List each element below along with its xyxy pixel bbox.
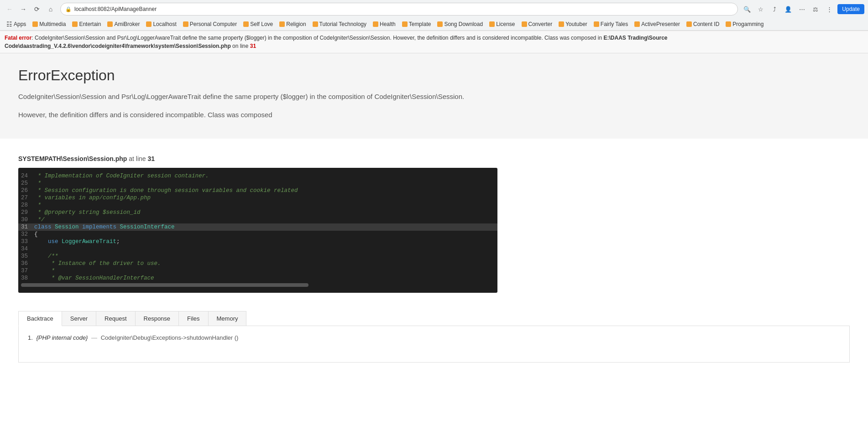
forward-button[interactable]: → xyxy=(17,3,29,15)
bookmark-favicon xyxy=(686,21,692,27)
address-bar[interactable]: 🔒 localhost:8082/ApiManageBanner xyxy=(60,3,738,16)
code-text: * xyxy=(34,268,492,274)
bookmark-progamming[interactable]: Progamming xyxy=(723,20,766,28)
line-num: 28 xyxy=(18,202,34,208)
bookmark-youtuber[interactable]: Youtuber xyxy=(556,20,590,28)
refresh-button[interactable]: ⟳ xyxy=(31,3,43,15)
code-horizontal-scrollbar[interactable] xyxy=(18,282,497,288)
bookmark-label: Personal Computer xyxy=(190,21,237,27)
bookmark-tutorial-technology[interactable]: Tutorial Technology xyxy=(310,20,369,28)
backtrace-num: 1. xyxy=(28,334,33,341)
bookmark-label: ActivePresenter xyxy=(641,21,680,27)
code-line-28: 28 * xyxy=(18,202,497,209)
line-num: 33 xyxy=(18,239,34,245)
line-num: 35 xyxy=(18,253,34,259)
code-block-wrapper: 24 * Implementation of CodeIgniter sessi… xyxy=(0,168,868,302)
fatal-error-message: : CodeIgniter\Session\Session and Psr\Lo… xyxy=(31,35,602,41)
bookmark-favicon xyxy=(594,21,599,27)
code-block[interactable]: 24 * Implementation of CodeIgniter sessi… xyxy=(18,168,497,293)
nav-buttons: ← → ⟳ ⌂ xyxy=(4,3,57,15)
extensions-icon[interactable]: ⚖ xyxy=(810,4,821,15)
code-line-27: 27 * variables in app/config/App.php xyxy=(18,194,497,202)
bookmark-activepresenter[interactable]: ActivePresenter xyxy=(632,20,683,28)
bookmark-favicon xyxy=(402,21,408,27)
bookmark-religion[interactable]: Religion xyxy=(277,20,309,28)
bookmark-favicon xyxy=(489,21,495,27)
tabs-bar: Backtrace Server Request Response Files … xyxy=(18,311,850,326)
error-desc1-text: CodeIgniter\Session\Session and Psr\Log\… xyxy=(18,93,464,100)
tab-files[interactable]: Files xyxy=(178,311,208,326)
bookmark-label: Youtuber xyxy=(565,21,587,27)
bookmark-label: License xyxy=(496,21,515,27)
bookmark-label: Fairly Tales xyxy=(601,21,628,27)
zoom-button[interactable]: 🔍 xyxy=(742,4,753,15)
share-button[interactable]: ⤴ xyxy=(769,4,780,15)
code-text: * Implementation of CodeIgniter session … xyxy=(34,173,492,179)
tab-backtrace[interactable]: Backtrace xyxy=(18,311,62,326)
file-path-section: SYSTEMPATH\Session\Session.php at line 3… xyxy=(0,139,868,162)
bookmark-personal-computer[interactable]: Personal Computer xyxy=(180,20,240,28)
bookmark-label: Progamming xyxy=(732,21,763,27)
code-line-31: 31 class Session implements SessionInter… xyxy=(18,223,497,231)
tab-label: Backtrace xyxy=(27,315,53,322)
bookmark-apps[interactable]: ☷ Apps xyxy=(4,20,29,29)
code-text: * xyxy=(34,180,492,187)
bookmark-converter[interactable]: Converter xyxy=(519,20,555,28)
code-line-32: 32 { xyxy=(18,231,497,238)
code-line-37: 37 * xyxy=(18,267,497,275)
bookmark-entertain[interactable]: Entertain xyxy=(69,20,104,28)
line-num: 31 xyxy=(18,224,34,230)
tab-response[interactable]: Response xyxy=(135,311,179,326)
bookmark-localhost[interactable]: Localhost xyxy=(143,20,179,28)
bookmark-label: Song Download xyxy=(444,21,483,27)
bookmark-self-love[interactable]: Self Love xyxy=(241,20,276,28)
back-button[interactable]: ← xyxy=(4,3,16,15)
bookmark-multimedia[interactable]: Multimedia xyxy=(30,20,68,28)
bookmark-song-download[interactable]: Song Download xyxy=(434,20,486,28)
line-num: 29 xyxy=(18,209,34,216)
bookmark-fairly-tales[interactable]: Fairly Tales xyxy=(591,20,631,28)
code-text: */ xyxy=(34,217,492,223)
code-line-33: 33 use LoggerAwareTrait; xyxy=(18,238,497,245)
update-button[interactable]: Update xyxy=(837,4,864,14)
bookmark-template[interactable]: Template xyxy=(399,20,434,28)
bookmark-button[interactable]: ☆ xyxy=(755,4,766,15)
profile-icon[interactable]: 👤 xyxy=(783,4,794,15)
tab-content-backtrace: 1. {PHP internal code} — CodeIgniter\Deb… xyxy=(18,326,850,363)
bookmark-label: Template xyxy=(409,21,431,27)
bookmark-favicon xyxy=(634,21,640,27)
file-path-line: SYSTEMPATH\Session\Session.php at line 3… xyxy=(18,148,850,162)
code-line-36: 36 * Instance of the driver to use. xyxy=(18,260,497,267)
bookmark-favicon xyxy=(146,21,152,27)
menu-icon[interactable]: ⋮ xyxy=(824,4,835,15)
line-num: 24 xyxy=(18,173,34,179)
bookmark-favicon xyxy=(373,21,378,27)
tab-memory[interactable]: Memory xyxy=(208,311,247,326)
tab-request[interactable]: Request xyxy=(96,311,135,326)
bookmark-label: Localhost xyxy=(153,21,176,27)
code-text: /** xyxy=(34,253,492,259)
line-num: 25 xyxy=(18,180,34,187)
bookmark-amibroker[interactable]: AmiBroker xyxy=(105,20,142,28)
code-line-26: 26 * Session configuration is done throu… xyxy=(18,187,497,194)
code-line-34: 34 xyxy=(18,245,497,253)
line-num: 37 xyxy=(18,268,34,274)
line-num: 32 xyxy=(18,231,34,238)
home-button[interactable]: ⌂ xyxy=(45,3,57,15)
line-num: 36 xyxy=(18,260,34,267)
google-apps-icon[interactable]: ⋯ xyxy=(796,4,807,15)
bookmark-favicon xyxy=(243,21,249,27)
bookmark-favicon xyxy=(313,21,318,27)
bookmark-content-id[interactable]: Content ID xyxy=(684,20,722,28)
fatal-error-label: Fatal error xyxy=(5,35,31,41)
bookmark-favicon xyxy=(279,21,285,27)
bookmark-license[interactable]: License xyxy=(486,20,518,28)
bookmark-health[interactable]: Health xyxy=(370,20,398,28)
url-text: localhost:8082/ApiManageBanner xyxy=(74,6,733,12)
tab-label: Files xyxy=(187,315,199,322)
apps-icon: ☷ xyxy=(6,21,12,28)
bookmark-label: Apps xyxy=(14,21,26,27)
bookmark-favicon xyxy=(183,21,188,27)
tab-server[interactable]: Server xyxy=(62,311,96,326)
bookmark-label: Health xyxy=(380,21,396,27)
